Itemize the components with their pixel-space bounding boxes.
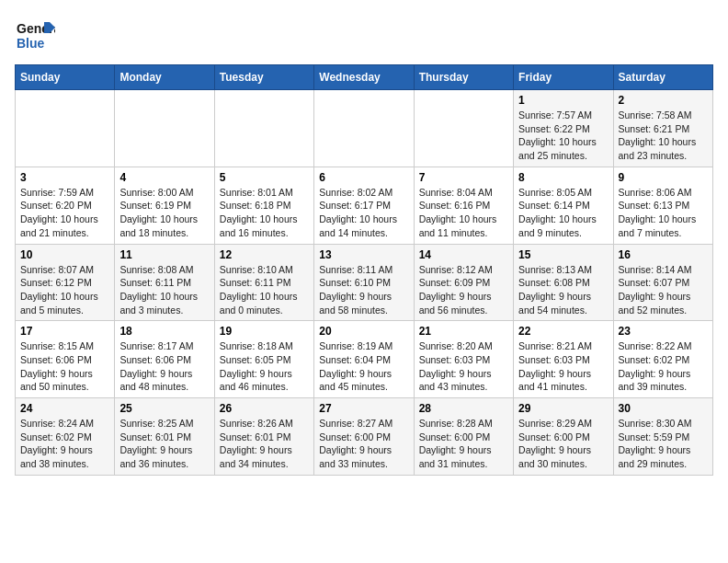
day-info: Sunrise: 8:28 AMSunset: 6:00 PMDaylight:… <box>419 417 508 471</box>
day-number: 17 <box>20 325 109 338</box>
day-number: 4 <box>119 171 209 184</box>
day-info: Sunrise: 8:20 AMSunset: 6:03 PMDaylight:… <box>419 339 508 394</box>
day-info: Sunrise: 8:22 AMSunset: 6:02 PMDaylight:… <box>619 339 708 394</box>
weekday-header: Saturday <box>613 65 712 90</box>
day-info: Sunrise: 8:18 AMSunset: 6:05 PMDaylight:… <box>220 339 309 394</box>
day-number: 26 <box>220 402 309 415</box>
day-number: 12 <box>220 248 309 261</box>
day-info: Sunrise: 8:15 AMSunset: 6:06 PMDaylight:… <box>20 339 109 394</box>
calendar-cell: 11Sunrise: 8:08 AMSunset: 6:11 PMDayligh… <box>115 244 214 321</box>
calendar-cell: 1Sunrise: 7:57 AMSunset: 6:22 PMDaylight… <box>514 90 613 167</box>
weekday-header: Tuesday <box>214 65 313 90</box>
day-info: Sunrise: 8:01 AMSunset: 6:18 PMDaylight:… <box>220 186 309 240</box>
calendar-cell: 20Sunrise: 8:19 AMSunset: 6:04 PMDayligh… <box>314 321 414 398</box>
day-number: 7 <box>419 171 508 184</box>
day-number: 19 <box>220 325 309 338</box>
day-number: 2 <box>619 94 708 107</box>
calendar-cell: 2Sunrise: 7:58 AMSunset: 6:21 PMDaylight… <box>613 90 712 167</box>
day-number: 10 <box>20 248 109 261</box>
weekday-header: Sunday <box>16 65 115 90</box>
day-number: 27 <box>319 402 408 415</box>
day-info: Sunrise: 7:57 AMSunset: 6:22 PMDaylight:… <box>518 109 608 163</box>
day-number: 11 <box>119 248 209 261</box>
calendar-cell: 8Sunrise: 8:05 AMSunset: 6:14 PMDaylight… <box>514 167 613 244</box>
day-number: 24 <box>20 402 109 415</box>
calendar-week-row: 1Sunrise: 7:57 AMSunset: 6:22 PMDaylight… <box>16 90 713 167</box>
calendar-cell: 12Sunrise: 8:10 AMSunset: 6:11 PMDayligh… <box>214 244 313 321</box>
calendar-week-row: 3Sunrise: 7:59 AMSunset: 6:20 PMDaylight… <box>16 167 713 244</box>
day-number: 9 <box>619 171 708 184</box>
day-number: 5 <box>220 171 309 184</box>
calendar-cell: 7Sunrise: 8:04 AMSunset: 6:16 PMDaylight… <box>414 167 513 244</box>
svg-text:Blue: Blue <box>17 36 45 51</box>
calendar-cell: 25Sunrise: 8:25 AMSunset: 6:01 PMDayligh… <box>115 398 214 476</box>
calendar-cell: 6Sunrise: 8:02 AMSunset: 6:17 PMDaylight… <box>314 167 414 244</box>
day-info: Sunrise: 8:21 AMSunset: 6:03 PMDaylight:… <box>518 339 608 394</box>
day-info: Sunrise: 8:24 AMSunset: 6:02 PMDaylight:… <box>20 417 109 471</box>
calendar-cell: 19Sunrise: 8:18 AMSunset: 6:05 PMDayligh… <box>214 321 313 398</box>
day-number: 8 <box>518 171 608 184</box>
calendar-cell: 10Sunrise: 8:07 AMSunset: 6:12 PMDayligh… <box>16 244 115 321</box>
calendar-cell: 23Sunrise: 8:22 AMSunset: 6:02 PMDayligh… <box>613 321 712 398</box>
calendar-week-row: 24Sunrise: 8:24 AMSunset: 6:02 PMDayligh… <box>16 398 713 476</box>
weekday-header: Wednesday <box>314 65 414 90</box>
calendar-cell: 24Sunrise: 8:24 AMSunset: 6:02 PMDayligh… <box>16 398 115 476</box>
day-number: 18 <box>119 325 209 338</box>
calendar-week-row: 17Sunrise: 8:15 AMSunset: 6:06 PMDayligh… <box>16 321 713 398</box>
day-info: Sunrise: 8:00 AMSunset: 6:19 PMDaylight:… <box>119 186 209 240</box>
day-number: 13 <box>319 248 408 261</box>
day-info: Sunrise: 8:04 AMSunset: 6:16 PMDaylight:… <box>419 186 508 240</box>
weekday-header: Monday <box>115 65 214 90</box>
calendar-cell: 3Sunrise: 7:59 AMSunset: 6:20 PMDaylight… <box>16 167 115 244</box>
calendar-cell <box>214 90 313 167</box>
day-info: Sunrise: 8:13 AMSunset: 6:08 PMDaylight:… <box>518 263 608 317</box>
day-info: Sunrise: 8:06 AMSunset: 6:13 PMDaylight:… <box>619 186 708 240</box>
day-info: Sunrise: 8:25 AMSunset: 6:01 PMDaylight:… <box>119 417 209 471</box>
day-number: 30 <box>619 402 708 415</box>
weekday-header: Friday <box>514 65 613 90</box>
calendar-cell: 5Sunrise: 8:01 AMSunset: 6:18 PMDaylight… <box>214 167 313 244</box>
day-number: 6 <box>319 171 408 184</box>
day-info: Sunrise: 7:58 AMSunset: 6:21 PMDaylight:… <box>619 109 708 163</box>
day-info: Sunrise: 8:30 AMSunset: 5:59 PMDaylight:… <box>619 417 708 471</box>
calendar-week-row: 10Sunrise: 8:07 AMSunset: 6:12 PMDayligh… <box>16 244 713 321</box>
logo: General Blue <box>15 15 57 55</box>
calendar-cell <box>414 90 513 167</box>
calendar-cell: 29Sunrise: 8:29 AMSunset: 6:00 PMDayligh… <box>514 398 613 476</box>
day-number: 29 <box>518 402 608 415</box>
day-info: Sunrise: 8:26 AMSunset: 6:01 PMDaylight:… <box>220 417 309 471</box>
calendar-cell: 16Sunrise: 8:14 AMSunset: 6:07 PMDayligh… <box>613 244 712 321</box>
day-info: Sunrise: 8:19 AMSunset: 6:04 PMDaylight:… <box>319 339 408 394</box>
day-info: Sunrise: 8:29 AMSunset: 6:00 PMDaylight:… <box>518 417 608 471</box>
calendar-header-row: SundayMondayTuesdayWednesdayThursdayFrid… <box>16 65 713 90</box>
day-number: 16 <box>619 248 708 261</box>
calendar-cell: 27Sunrise: 8:27 AMSunset: 6:00 PMDayligh… <box>314 398 414 476</box>
day-info: Sunrise: 8:14 AMSunset: 6:07 PMDaylight:… <box>619 263 708 317</box>
calendar-cell: 4Sunrise: 8:00 AMSunset: 6:19 PMDaylight… <box>115 167 214 244</box>
page-header: General Blue <box>15 15 713 55</box>
calendar-cell: 30Sunrise: 8:30 AMSunset: 5:59 PMDayligh… <box>613 398 712 476</box>
calendar-cell: 9Sunrise: 8:06 AMSunset: 6:13 PMDaylight… <box>613 167 712 244</box>
calendar-cell <box>115 90 214 167</box>
day-info: Sunrise: 8:10 AMSunset: 6:11 PMDaylight:… <box>220 263 309 317</box>
day-number: 20 <box>319 325 408 338</box>
day-info: Sunrise: 8:02 AMSunset: 6:17 PMDaylight:… <box>319 186 408 240</box>
calendar-cell: 28Sunrise: 8:28 AMSunset: 6:00 PMDayligh… <box>414 398 513 476</box>
day-info: Sunrise: 8:07 AMSunset: 6:12 PMDaylight:… <box>20 263 109 317</box>
day-info: Sunrise: 8:11 AMSunset: 6:10 PMDaylight:… <box>319 263 408 317</box>
calendar-cell: 21Sunrise: 8:20 AMSunset: 6:03 PMDayligh… <box>414 321 513 398</box>
day-number: 23 <box>619 325 708 338</box>
calendar-table: SundayMondayTuesdayWednesdayThursdayFrid… <box>15 64 713 476</box>
calendar-cell: 18Sunrise: 8:17 AMSunset: 6:06 PMDayligh… <box>115 321 214 398</box>
svg-rect-3 <box>44 22 50 33</box>
day-number: 1 <box>518 94 608 107</box>
calendar-cell: 22Sunrise: 8:21 AMSunset: 6:03 PMDayligh… <box>514 321 613 398</box>
day-info: Sunrise: 7:59 AMSunset: 6:20 PMDaylight:… <box>20 186 109 240</box>
calendar-cell: 15Sunrise: 8:13 AMSunset: 6:08 PMDayligh… <box>514 244 613 321</box>
calendar-cell: 26Sunrise: 8:26 AMSunset: 6:01 PMDayligh… <box>214 398 313 476</box>
day-number: 21 <box>419 325 508 338</box>
logo-icon: General Blue <box>15 15 55 55</box>
day-number: 14 <box>419 248 508 261</box>
calendar-cell <box>314 90 414 167</box>
day-info: Sunrise: 8:08 AMSunset: 6:11 PMDaylight:… <box>119 263 209 317</box>
